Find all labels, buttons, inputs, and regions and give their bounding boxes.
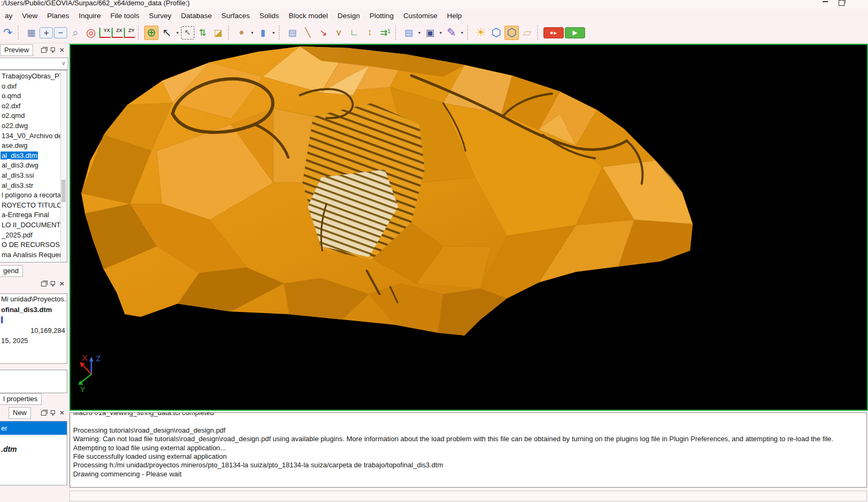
zoom-out-button[interactable]: － xyxy=(54,27,67,38)
menu-item[interactable]: Planes xyxy=(42,10,74,22)
terrain-model: Z X Y xyxy=(70,45,867,410)
move-object-button[interactable]: ⇅ xyxy=(195,26,210,40)
string-move-point-tool[interactable]: ↕ xyxy=(362,26,377,40)
menu-item[interactable]: Design xyxy=(333,10,365,22)
file-list: TrabajosyObras_PT(o.dxfo.qmdo2.dxfo2.qmd… xyxy=(0,70,67,262)
file-item[interactable]: ase.dwg xyxy=(0,141,67,152)
report-info-dropdown[interactable]: ▾ xyxy=(416,26,422,40)
file-item[interactable]: LO II_DOCUMENTO xyxy=(0,221,67,231)
minimize-icon[interactable] xyxy=(823,1,828,2)
rotate-view-button[interactable]: ◎ xyxy=(84,26,98,40)
file-item[interactable]: al_dis3.dtm xyxy=(0,152,67,162)
zoom-in-button[interactable]: ＋ xyxy=(40,27,53,38)
record-macro-button[interactable]: ●▸ xyxy=(543,27,564,38)
play-macro-button[interactable]: ▶ xyxy=(565,27,585,38)
file-item[interactable]: al_dis3.dwg xyxy=(0,161,67,171)
file-item[interactable]: l polígono a recorta xyxy=(0,191,67,201)
chevron-down-icon: ∨ xyxy=(61,60,66,67)
file-item[interactable]: o.dxf xyxy=(0,82,67,92)
close-panel-icon[interactable]: ✕ xyxy=(59,410,65,416)
file-filter-combobox[interactable]: ∨ xyxy=(0,58,68,70)
file-item[interactable]: o2.dxf xyxy=(0,102,67,112)
report-info-button[interactable]: ▤ xyxy=(401,26,416,40)
message-log: Macro 01a_viewing_string_data.tcl comple… xyxy=(69,412,867,488)
display-screens-button[interactable]: ▣ xyxy=(423,26,437,40)
segment-style-button[interactable]: ▮ xyxy=(256,26,270,40)
segment-style-dropdown[interactable]: ▾ xyxy=(271,26,277,40)
layer-row[interactable]: er xyxy=(0,421,67,435)
orientation-compass-button[interactable]: ⊕ xyxy=(144,26,159,40)
menu-item[interactable]: Plotting xyxy=(365,10,398,22)
close-panel-icon[interactable]: ✕ xyxy=(59,47,65,53)
string-segment-tool[interactable]: ╲ xyxy=(301,26,315,40)
section-view-zy-button[interactable]: ZY xyxy=(124,28,135,38)
file-item[interactable]: _2025.pdf xyxy=(0,231,67,241)
section-view-zx-button[interactable]: ZX xyxy=(112,28,123,38)
zoom-extents-button[interactable]: ▦ xyxy=(24,26,38,40)
eraser-button[interactable]: ▱ xyxy=(520,26,534,40)
menu-item[interactable]: Surfaces xyxy=(217,10,255,22)
file-item[interactable]: 134_V0_Archivo de xyxy=(0,132,67,142)
edit-pencil-dropdown[interactable]: ▾ xyxy=(459,26,465,40)
axis-triad: Z X Y xyxy=(78,354,101,394)
select-cursor-dropdown[interactable]: ▾ xyxy=(175,26,180,40)
file-item[interactable]: o.qmd xyxy=(0,92,67,102)
wireframe-view-button[interactable]: ⬡ xyxy=(504,26,519,40)
zoom-window-button[interactable]: ⌕ xyxy=(68,26,83,40)
bead-style-dropdown[interactable]: ▾ xyxy=(249,26,255,40)
scrollbar-thumb[interactable] xyxy=(61,180,66,202)
tab-preview[interactable]: Preview xyxy=(0,44,33,56)
string-report-button[interactable]: ▤ xyxy=(285,26,299,40)
float-panel-icon[interactable] xyxy=(41,48,46,53)
float-panel-icon[interactable] xyxy=(41,411,46,416)
file-item[interactable]: ma Analisis Requer xyxy=(0,251,67,261)
string-renumber-tool[interactable]: ⇉¹ xyxy=(378,26,392,40)
menu-item[interactable]: Survey xyxy=(144,10,176,22)
menu-item[interactable]: Solids xyxy=(255,10,284,22)
new-layer-button[interactable]: New xyxy=(9,407,31,419)
lighting-button[interactable]: ☀ xyxy=(474,26,488,40)
toolbar-grip xyxy=(228,26,232,39)
bead-style-button[interactable]: ● xyxy=(234,26,249,40)
shaded-view-button[interactable]: ⬡ xyxy=(489,26,503,40)
string-node-tool[interactable]: ⋎ xyxy=(332,26,346,40)
string-close-tool[interactable]: ∟ xyxy=(347,26,361,40)
display-screens-dropdown[interactable]: ▾ xyxy=(438,26,444,40)
file-item[interactable]: al_dis3.str xyxy=(0,181,67,192)
file-item[interactable]: o22.dwg xyxy=(0,122,67,132)
select-cursor-button[interactable]: ↖ xyxy=(160,26,174,40)
menu-item[interactable]: Database xyxy=(176,10,217,22)
menu-item[interactable]: Inquire xyxy=(74,10,106,22)
tab-legend[interactable]: gend xyxy=(0,265,23,277)
menu-item[interactable]: View xyxy=(17,10,42,22)
close-panel-icon[interactable]: ✕ xyxy=(59,281,65,286)
menu-item[interactable]: ay xyxy=(0,10,17,22)
tab-tool-properties[interactable]: l properties xyxy=(0,393,42,405)
file-list-scrollbar[interactable] xyxy=(60,70,67,262)
plan-view-yx-button[interactable]: YX xyxy=(99,28,111,38)
menu-item[interactable]: File tools xyxy=(106,10,144,22)
edit-pencil-button[interactable]: ✎ xyxy=(444,26,459,40)
select-box-button[interactable]: ↖ xyxy=(181,26,194,39)
file-item[interactable]: ROYECTO TITULO 1 xyxy=(0,201,67,211)
restore-window-icon[interactable] xyxy=(839,0,845,6)
axis-y-label: Y xyxy=(80,385,85,394)
menu-item[interactable]: Block model xyxy=(284,10,333,22)
file-item[interactable]: al_dis3.ssi xyxy=(0,171,67,181)
pin-panel-icon[interactable] xyxy=(52,410,53,416)
file-item[interactable]: a-Entrega Final xyxy=(0,211,67,221)
file-item[interactable]: TrabajosyObras_PT( xyxy=(0,72,67,82)
pin-panel-icon[interactable] xyxy=(52,281,53,286)
redraw-button[interactable]: ↷ xyxy=(1,26,15,40)
menu-item[interactable]: Help xyxy=(442,10,467,22)
string-break-tool[interactable]: ↘ xyxy=(316,26,330,40)
title-bar: :/Users/Public/GEOVIA/Surpac/662_x64/dem… xyxy=(0,0,868,9)
file-item[interactable]: O DE RECURSOS 18 xyxy=(0,241,67,251)
file-item[interactable]: o2.qmd xyxy=(0,111,67,122)
float-panel-icon[interactable] xyxy=(41,282,46,286)
layer-row[interactable]: .dtm xyxy=(0,442,67,456)
graphics-viewport[interactable]: Z X Y xyxy=(69,44,868,411)
pin-panel-icon[interactable] xyxy=(52,47,53,53)
plane-layers-button[interactable]: ◪ xyxy=(211,26,225,40)
menu-item[interactable]: Customise xyxy=(398,10,442,22)
